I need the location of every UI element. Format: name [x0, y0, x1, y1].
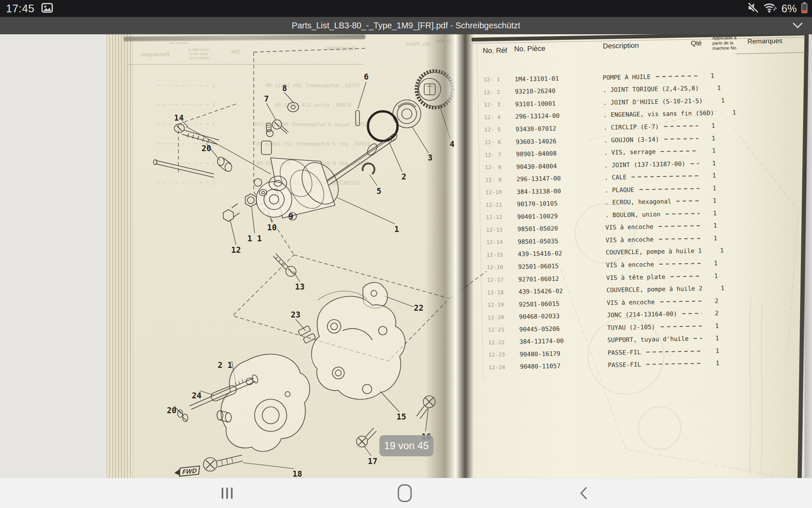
- device-screen: 17:45: [0, 0, 812, 508]
- cell-part-number: 384-13174-00: [519, 337, 607, 345]
- diagram-callout-number: 8: [282, 83, 287, 93]
- back-button[interactable]: [580, 487, 587, 500]
- diagram-callout-number: 7: [264, 94, 269, 103]
- cell-qty: 1: [706, 322, 719, 329]
- android-navigation-bar: [0, 478, 812, 508]
- dash-leader: [694, 338, 702, 339]
- cell-ref: 12-22: [488, 339, 519, 345]
- cell-ref: 12-23: [488, 351, 520, 358]
- chevron-down-icon[interactable]: [793, 22, 803, 30]
- dash-leader: [660, 326, 702, 327]
- diagram-callout-number: 2: [401, 172, 406, 181]
- cell-part-number: 93210-26240: [515, 87, 603, 95]
- cell-qty: 1: [723, 109, 736, 116]
- cell-qty: 1: [702, 122, 715, 130]
- diagram-callout-number: 10: [267, 223, 277, 232]
- cell-description: . CIRCLIP (E-7): [604, 123, 659, 131]
- cell-part-number: 92701-06012: [518, 274, 606, 283]
- cell-ref: 12-20: [488, 314, 519, 320]
- cell-ref: 12-12: [486, 213, 517, 220]
- cell-ref: 12-24: [488, 364, 520, 370]
- cell-description: . BOULON, union: [605, 211, 661, 218]
- cell-part-number: 90445-05206: [519, 324, 607, 333]
- home-button[interactable]: [398, 484, 412, 502]
- cell-part-number: 93101-10001: [515, 99, 603, 108]
- battery-icon: [801, 2, 808, 15]
- cell-description: . JOINT (137-13187-00): [604, 160, 685, 168]
- cell-ref: 12-10: [486, 188, 517, 195]
- dash-leader: [659, 263, 701, 265]
- cell-qty: 2: [705, 297, 718, 304]
- parts-table: No. Réf No. Pièce Description Qté Applic…: [465, 34, 812, 458]
- battery-percent: 6%: [782, 3, 797, 15]
- photo-notification-icon: [41, 3, 53, 14]
- dash-leader: [658, 226, 700, 227]
- diagram-callout-number: 20: [167, 406, 177, 415]
- cell-ref: 12- 7: [485, 151, 516, 158]
- cell-qty: 1: [708, 85, 721, 92]
- dash-leader: [670, 276, 701, 277]
- cell-part-number: 439-15416-02: [518, 249, 606, 258]
- cell-qty: 1: [702, 72, 714, 79]
- dash-leader: [682, 313, 702, 314]
- cell-description: VIS à encoche: [606, 236, 654, 243]
- cell-description: VIS à encoche: [605, 224, 653, 231]
- cell-ref: 12- 3: [484, 101, 515, 108]
- cell-part-number: 93603-14026: [516, 137, 604, 145]
- dash-leader: [639, 188, 700, 190]
- dash-leader: [656, 75, 697, 77]
- document-title: Parts_List_LB3-80_-_Type_1M9_[FR].pdf - …: [292, 21, 520, 30]
- cell-qty: 1: [712, 97, 724, 104]
- diagram-callout-number: 3: [428, 153, 432, 162]
- diagram-callout-number: 18: [293, 469, 302, 478]
- cell-part-number: 98901-04008: [516, 149, 604, 157]
- dash-leader: [632, 175, 700, 177]
- home-icon: [398, 484, 412, 502]
- cell-qty: 1: [706, 335, 719, 342]
- dash-leader: [646, 363, 702, 365]
- cell-description: VIS à encoche: [606, 261, 654, 268]
- cell-qty: 2: [706, 310, 719, 317]
- table-left-rule: [477, 45, 483, 380]
- applicable-underline: [736, 52, 807, 54]
- cell-part-number: 90170-10105: [517, 199, 605, 208]
- diagram-callout-number: 6: [364, 72, 368, 81]
- cell-description: POMPE A HUILE: [603, 73, 651, 81]
- parts-table-rows: 12- 11M4-13101-01POMPE A HUILE112- 29321…: [483, 69, 720, 374]
- cell-part-number: 90430-04004: [516, 162, 604, 170]
- cell-qty: 1: [703, 160, 716, 167]
- column-header-applicable-2: partir de la: [712, 40, 733, 46]
- cell-qty: 1: [705, 260, 718, 267]
- diagram-callout-number: 22: [414, 303, 424, 312]
- page-indicator: 19 von 45: [384, 440, 428, 452]
- dash-leader: [664, 138, 698, 139]
- diagram-callout-number: 9: [288, 212, 293, 221]
- cell-qty: 1: [704, 222, 717, 229]
- cell-ref: 12- 5: [484, 126, 516, 133]
- dash-leader: [658, 238, 700, 240]
- cell-qty: 1: [702, 135, 715, 142]
- cell-ref: 12-16: [487, 264, 518, 271]
- dash-leader: [664, 125, 698, 127]
- back-icon: [580, 487, 587, 500]
- column-header-ref: No. Réf: [483, 47, 507, 55]
- diagram-callout-number: 12: [231, 245, 241, 254]
- cell-qty: 1: [707, 347, 719, 354]
- pdf-page-view[interactable]: machine No.RemarquesApplicable àpartir d…: [0, 34, 812, 478]
- cell-ref: 12- 9: [485, 176, 516, 183]
- recents-icon: [231, 488, 233, 499]
- clock: 17:45: [6, 2, 35, 15]
- cell-description: . VIS, serrage: [604, 148, 656, 156]
- cell-ref: 12-13: [486, 226, 517, 233]
- recents-button[interactable]: [222, 488, 233, 499]
- cell-qty: 1: [711, 247, 724, 254]
- cell-description: . PLAQUE: [605, 186, 634, 193]
- cell-part-number: 1M4-13101-01: [515, 74, 603, 83]
- cell-part-number: 90468-02033: [519, 312, 607, 320]
- cell-part-number: 90480-16179: [520, 349, 608, 358]
- cell-description: . CALE: [604, 174, 627, 181]
- cell-part-number: 92501-06015: [518, 299, 606, 308]
- cell-part-number: 98501-05020: [517, 224, 605, 233]
- cell-part-number: 296-13124-00: [515, 112, 603, 120]
- diagram-callout-number: 24: [192, 391, 202, 400]
